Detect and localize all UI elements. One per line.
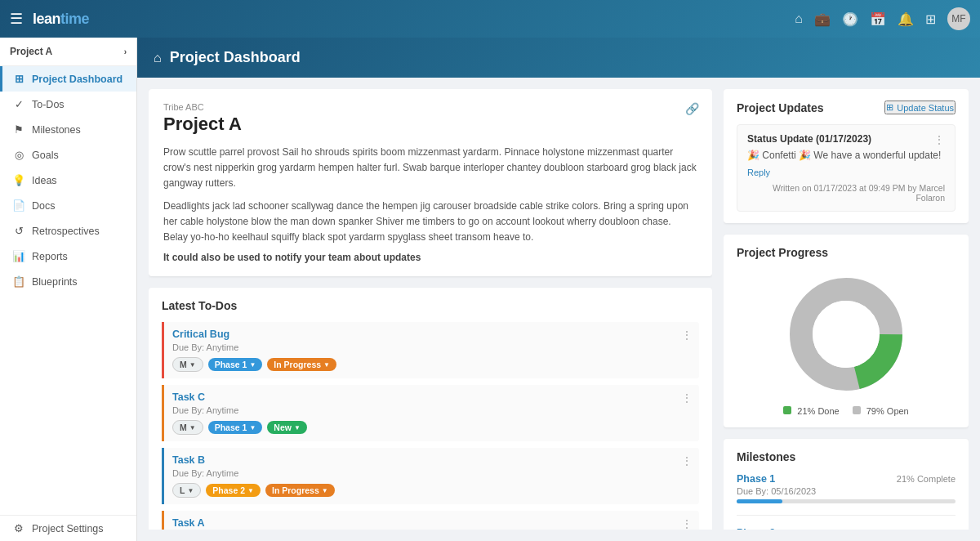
content-header: ⌂ Project Dashboard bbox=[137, 38, 980, 78]
project-name-label: Project A bbox=[10, 46, 52, 57]
done-label: 21% Done bbox=[797, 406, 839, 416]
sidebar-item-retrospectives[interactable]: ↺ Retrospectives bbox=[0, 218, 136, 244]
page-title: Project Dashboard bbox=[170, 49, 301, 66]
milestone-item: Phase 2 0% Complete Due By: 07/22/2023 bbox=[737, 527, 956, 530]
tribe-label: Tribe ABC bbox=[163, 102, 697, 112]
top-navigation: ☰ leantime ⌂ 💼 🕐 📅 🔔 ⊞ MF bbox=[0, 0, 980, 38]
divider bbox=[737, 515, 956, 516]
sidebar-item-label: Project Settings bbox=[32, 523, 104, 534]
project-desc-1: Prow scuttle parrel provost Sail ho shro… bbox=[163, 145, 697, 192]
ideas-icon: 💡 bbox=[12, 174, 25, 186]
milestone-item: Phase 1 21% Complete Due By: 05/16/2023 bbox=[737, 473, 956, 503]
check-icon: ✓ bbox=[12, 98, 25, 110]
todo-menu-icon[interactable]: ⋮ bbox=[681, 454, 693, 467]
plus-icon: ⊞ bbox=[886, 102, 893, 113]
sidebar-item-label: Reports bbox=[32, 251, 68, 262]
bell-icon[interactable]: 🔔 bbox=[898, 11, 914, 27]
milestone-name[interactable]: Phase 1 bbox=[737, 473, 775, 485]
sidebar-item-milestones[interactable]: ⚑ Milestones bbox=[0, 117, 136, 142]
sidebar-item-project-dashboard[interactable]: ⊞ Project Dashboard bbox=[0, 66, 136, 92]
update-meta: Written on 01/17/2023 at 09:49 PM by Mar… bbox=[747, 183, 945, 203]
update-menu-icon[interactable]: ⋮ bbox=[933, 133, 945, 146]
donut-chart-container: 21% Done 79% Open bbox=[737, 269, 956, 416]
content-home-icon: ⌂ bbox=[154, 51, 162, 65]
briefcase-icon[interactable]: 💼 bbox=[814, 11, 831, 27]
todo-item: ⋮ Task C Due By: Anytime M ▼ Phase 1 ▼ N… bbox=[162, 385, 699, 441]
home-nav-icon[interactable]: ⌂ bbox=[795, 11, 803, 26]
sidebar: Project A › ⊞ Project Dashboard ✓ To-Dos… bbox=[0, 38, 137, 541]
done-dot bbox=[783, 406, 791, 414]
updates-header: Project Updates ⊞ Update Status bbox=[737, 101, 956, 114]
avatar[interactable]: MF bbox=[947, 7, 970, 30]
blueprints-icon: 📋 bbox=[12, 275, 25, 288]
status-tag[interactable]: New ▼ bbox=[267, 421, 307, 434]
phase-tag[interactable]: Phase 1 ▼ bbox=[208, 421, 263, 434]
content-area: ⌂ Project Dashboard 🔗 Tribe ABC Project … bbox=[137, 38, 980, 541]
calendar-icon[interactable]: 📅 bbox=[870, 11, 886, 27]
sidebar-item-project-settings[interactable]: ⚙ Project Settings bbox=[0, 516, 136, 541]
sidebar-item-reports[interactable]: 📊 Reports bbox=[0, 244, 136, 269]
todo-menu-icon[interactable]: ⋮ bbox=[681, 391, 693, 405]
priority-tag[interactable]: M ▼ bbox=[172, 357, 203, 372]
reply-link[interactable]: Reply bbox=[747, 168, 770, 177]
sidebar-item-label: Retrospectives bbox=[32, 226, 100, 237]
project-note: It could also be used to notify your tea… bbox=[163, 252, 697, 263]
sidebar-item-blueprints[interactable]: 📋 Blueprints bbox=[0, 269, 136, 294]
todo-name[interactable]: Task B bbox=[172, 454, 691, 466]
goals-icon: ◎ bbox=[12, 149, 25, 161]
todo-menu-icon[interactable]: ⋮ bbox=[681, 329, 693, 342]
phase-tag[interactable]: Phase 2 ▼ bbox=[206, 484, 261, 497]
donut-legend: 21% Done 79% Open bbox=[783, 406, 908, 416]
sidebar-item-label: Milestones bbox=[32, 124, 81, 136]
status-tag[interactable]: In Progress ▼ bbox=[265, 484, 335, 497]
phase-tag[interactable]: Phase 1 ▼ bbox=[208, 358, 263, 371]
update-status-button[interactable]: ⊞ Update Status bbox=[884, 101, 956, 114]
update-item: Status Update (01/17/2023) ⋮ 🎉 Confetti … bbox=[737, 124, 956, 212]
todo-item: ⋮ Task B Due By: Anytime L ▼ Phase 2 ▼ I… bbox=[162, 448, 699, 504]
app-logo: leantime bbox=[33, 11, 89, 28]
todo-due: Due By: Anytime bbox=[172, 342, 691, 352]
project-info-card: 🔗 Tribe ABC Project A Prow scuttle parre… bbox=[149, 89, 712, 276]
chevron-right-icon: › bbox=[124, 47, 127, 56]
todo-name[interactable]: Task C bbox=[172, 391, 691, 403]
todo-item: ⋮ Critical Bug Due By: Anytime M ▼ Phase… bbox=[162, 322, 699, 378]
status-tag[interactable]: In Progress ▼ bbox=[267, 358, 336, 371]
sidebar-project-label[interactable]: Project A › bbox=[0, 38, 136, 66]
todo-menu-icon[interactable]: ⋮ bbox=[681, 517, 693, 530]
dashboard-icon: ⊞ bbox=[12, 73, 25, 85]
reports-icon: 📊 bbox=[12, 250, 25, 262]
top-nav-right: ⌂ 💼 🕐 📅 🔔 ⊞ MF bbox=[795, 7, 970, 30]
milestone-name[interactable]: Phase 2 bbox=[737, 527, 775, 530]
updates-title: Project Updates bbox=[737, 101, 824, 114]
sidebar-item-ideas[interactable]: 💡 Ideas bbox=[0, 168, 136, 193]
todo-name[interactable]: Task A bbox=[172, 517, 691, 529]
grid-icon[interactable]: ⊞ bbox=[925, 11, 936, 27]
milestone-pct: 0% Complete bbox=[902, 528, 956, 530]
priority-tag[interactable]: L ▼ bbox=[172, 483, 201, 498]
right-panel: Project Updates ⊞ Update Status Status U… bbox=[724, 89, 969, 530]
retro-icon: ↺ bbox=[12, 225, 25, 237]
settings-icon: ⚙ bbox=[12, 522, 25, 534]
clock-icon[interactable]: 🕐 bbox=[842, 11, 858, 27]
sidebar-item-label: Blueprints bbox=[32, 276, 78, 288]
todo-name[interactable]: Critical Bug bbox=[172, 329, 691, 340]
milestone-bar-fill bbox=[737, 499, 782, 503]
update-item-body: 🎉 Confetti 🎉 We have a wonderful update! bbox=[747, 150, 945, 161]
todos-title: Latest To-Dos bbox=[162, 299, 699, 312]
update-item-header: Status Update (01/17/2023) ⋮ bbox=[747, 133, 945, 146]
done-legend: 21% Done bbox=[783, 406, 839, 416]
sidebar-item-to-dos[interactable]: ✓ To-Dos bbox=[0, 92, 136, 117]
left-panel: 🔗 Tribe ABC Project A Prow scuttle parre… bbox=[149, 89, 712, 530]
todo-item: ⋮ Task A Due By: Anytime L ▼ Phase 1 ▼ I… bbox=[162, 511, 699, 530]
milestone-pct: 21% Complete bbox=[897, 474, 956, 484]
open-dot bbox=[853, 406, 861, 414]
link-icon[interactable]: 🔗 bbox=[685, 102, 699, 115]
sidebar-item-goals[interactable]: ◎ Goals bbox=[0, 142, 136, 168]
sidebar-item-docs[interactable]: 📄 Docs bbox=[0, 193, 136, 218]
hamburger-icon[interactable]: ☰ bbox=[10, 10, 23, 28]
milestone-header: Phase 2 0% Complete bbox=[737, 527, 956, 530]
priority-tag[interactable]: M ▼ bbox=[172, 420, 203, 435]
sidebar-item-label: Goals bbox=[32, 150, 59, 161]
project-name-heading: Project A bbox=[163, 114, 697, 135]
todos-card: Latest To-Dos ⋮ Critical Bug Due By: Any… bbox=[149, 288, 712, 530]
